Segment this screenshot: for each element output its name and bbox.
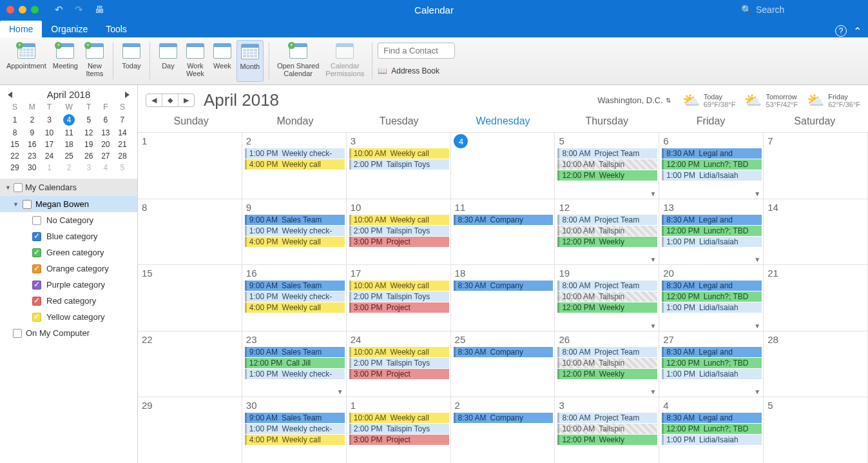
- mini-day[interactable]: 5: [114, 162, 131, 173]
- day-cell[interactable]: 5: [764, 397, 868, 463]
- day-cell[interactable]: 28:30 AMCompany: [451, 397, 555, 463]
- day-cell[interactable]: 48:30 AMLegal and12:00 PMLunch?; TBD1:00…: [659, 397, 764, 463]
- day-cell[interactable]: 208:30 AMLegal and12:00 PMLunch?; TBD1:0…: [659, 264, 764, 331]
- mini-day[interactable]: 6: [97, 113, 114, 127]
- day-cell[interactable]: 1010:00 AMWeekly call2:00 PMTailspin Toy…: [347, 199, 451, 265]
- redo-icon[interactable]: ↷: [75, 4, 83, 15]
- more-events-icon[interactable]: ▼: [754, 322, 760, 330]
- more-events-icon[interactable]: ▼: [650, 322, 656, 330]
- today-button[interactable]: Today: [119, 40, 144, 82]
- more-events-icon[interactable]: ▼: [754, 190, 760, 197]
- new-meeting-button[interactable]: + Meeting: [50, 40, 81, 82]
- day-cell[interactable]: 138:30 AMLegal and12:00 PMLunch?; TBD1:0…: [659, 199, 764, 265]
- calendar-event[interactable]: 10:00 AMWeekly call: [349, 215, 449, 225]
- mini-day[interactable]: 19: [81, 139, 97, 150]
- on-my-computer-checkbox[interactable]: [13, 329, 22, 338]
- tab-organize[interactable]: Organize: [42, 21, 97, 37]
- more-events-icon[interactable]: ▼: [754, 256, 760, 263]
- day-cell[interactable]: 258:30 AMCompany: [451, 331, 555, 397]
- day-cell[interactable]: 278:30 AMLegal and12:00 PMLunch?; TBD1:0…: [659, 331, 764, 397]
- more-events-icon[interactable]: ▼: [754, 388, 760, 395]
- mini-day[interactable]: 21: [114, 139, 131, 150]
- mini-day[interactable]: 22: [6, 150, 23, 162]
- day-cell[interactable]: 268:00 AMProject Team10:00 AMTailspin12:…: [555, 331, 659, 397]
- calendar-event[interactable]: 1:00 PMLidia/Isaiah: [662, 302, 762, 313]
- mini-day[interactable]: 24: [41, 150, 57, 162]
- mini-day[interactable]: 23: [23, 150, 41, 162]
- category-item[interactable]: Green category: [0, 244, 137, 261]
- on-my-computer[interactable]: On My Computer: [0, 325, 137, 341]
- day-cell[interactable]: 128:00 AMProject Team10:00 AMTailspin12:…: [555, 199, 659, 265]
- find-contact-input[interactable]: [378, 43, 455, 59]
- nav-prev-icon[interactable]: ◀: [146, 94, 162, 106]
- category-item[interactable]: Purple category: [0, 277, 137, 293]
- category-checkbox[interactable]: [32, 281, 41, 290]
- mini-day[interactable]: 1: [41, 162, 57, 173]
- calendar-event[interactable]: 4:00 PMWeekly call: [245, 435, 345, 445]
- mini-day[interactable]: 26: [81, 150, 97, 162]
- calendar-event[interactable]: 12:00 PMLunch?; TBD: [662, 159, 762, 170]
- category-item[interactable]: Blue category: [0, 228, 137, 244]
- mini-day[interactable]: 28: [114, 150, 131, 162]
- day-cell[interactable]: 309:00 AMSales Team1:00 PMWeekly check-4…: [242, 397, 347, 463]
- day-cell[interactable]: 58:00 AMProject Team10:00 AMTailspin12:0…: [555, 132, 659, 199]
- day-cell[interactable]: 28: [764, 331, 868, 397]
- calendar-event[interactable]: 8:00 AMProject Team: [557, 215, 657, 225]
- print-icon[interactable]: 🖶: [95, 4, 104, 15]
- more-events-icon[interactable]: ▼: [337, 388, 343, 395]
- calendar-event[interactable]: 12:00 PMWeekly: [557, 302, 657, 313]
- calendar-event[interactable]: 8:30 AMLegal and: [662, 148, 762, 159]
- category-item[interactable]: Yellow category: [0, 309, 137, 325]
- mini-day[interactable]: 2: [58, 162, 81, 173]
- mini-day[interactable]: 10: [41, 127, 57, 139]
- calendar-event[interactable]: 10:00 AMTailspin: [557, 226, 657, 236]
- mini-day[interactable]: 4: [97, 162, 114, 173]
- mini-day[interactable]: 3: [81, 162, 97, 173]
- calendar-event[interactable]: 10:00 AMTailspin: [557, 159, 657, 170]
- calendar-event[interactable]: 12:00 PMWeekly: [557, 237, 657, 247]
- undo-icon[interactable]: ↶: [55, 4, 63, 15]
- calendar-event[interactable]: 9:00 AMSales Team: [245, 413, 345, 423]
- calendar-event[interactable]: 8:30 AMCompany: [454, 281, 554, 291]
- mini-day[interactable]: 12: [81, 127, 97, 139]
- calendar-event[interactable]: 1:00 PMLidia/Isaiah: [662, 369, 762, 379]
- calendar-event[interactable]: 12:00 PMCall Jill: [245, 358, 345, 368]
- category-checkbox[interactable]: [32, 232, 41, 241]
- more-events-icon[interactable]: ▼: [650, 256, 656, 263]
- day-cell[interactable]: 8: [138, 199, 242, 265]
- minimize-dot[interactable]: [19, 6, 26, 14]
- more-events-icon[interactable]: ▼: [650, 190, 656, 197]
- calendar-event[interactable]: 2:00 PMTailspin Toys: [349, 424, 449, 434]
- calendar-event[interactable]: 8:00 AMProject Team: [557, 347, 657, 357]
- day-cell[interactable]: 22: [138, 331, 242, 397]
- tab-tools[interactable]: Tools: [97, 21, 136, 37]
- calendar-event[interactable]: 9:00 AMSales Team: [245, 281, 345, 291]
- category-checkbox[interactable]: [32, 216, 41, 225]
- mini-day[interactable]: 1: [6, 113, 23, 127]
- calendar-event[interactable]: 12:00 PMLunch?; TBD: [662, 358, 762, 368]
- calendar-event[interactable]: 8:30 AMCompany: [454, 347, 554, 357]
- category-item[interactable]: No Category: [0, 212, 137, 228]
- minical-next-icon[interactable]: [125, 92, 130, 98]
- calendar-event[interactable]: 8:30 AMLegal and: [662, 215, 762, 225]
- week-view-button[interactable]: Week: [209, 40, 235, 82]
- mini-day[interactable]: 20: [97, 139, 114, 150]
- mini-day[interactable]: 17: [41, 139, 57, 150]
- minical-prev-icon[interactable]: [8, 92, 12, 98]
- my-calendars-header[interactable]: ▼ My Calendars: [0, 179, 137, 196]
- collapse-ribbon-icon[interactable]: ⌃: [853, 25, 862, 37]
- calendar-event[interactable]: 2:00 PMTailspin Toys: [349, 226, 449, 236]
- new-items-button[interactable]: + New Items: [82, 40, 108, 82]
- day-view-button[interactable]: Day: [155, 40, 181, 82]
- day-cell[interactable]: 169:00 AMSales Team1:00 PMWeekly check-4…: [242, 264, 347, 331]
- day-cell[interactable]: 188:30 AMCompany: [451, 264, 555, 331]
- calendar-event[interactable]: 2:00 PMTailspin Toys: [349, 159, 449, 170]
- calendar-event[interactable]: 12:00 PMWeekly: [557, 369, 657, 379]
- mini-day[interactable]: 7: [114, 113, 131, 127]
- calendar-event[interactable]: 4:00 PMWeekly call: [245, 237, 345, 247]
- calendar-event[interactable]: 1:00 PMLidia/Isaiah: [662, 435, 762, 445]
- day-cell[interactable]: 4: [451, 132, 555, 199]
- calendar-event[interactable]: 8:30 AMCompany: [454, 215, 554, 225]
- day-cell[interactable]: 38:00 AMProject Team10:00 AMTailspin12:0…: [555, 397, 659, 463]
- calendar-event[interactable]: 10:00 AMWeekly call: [349, 347, 449, 357]
